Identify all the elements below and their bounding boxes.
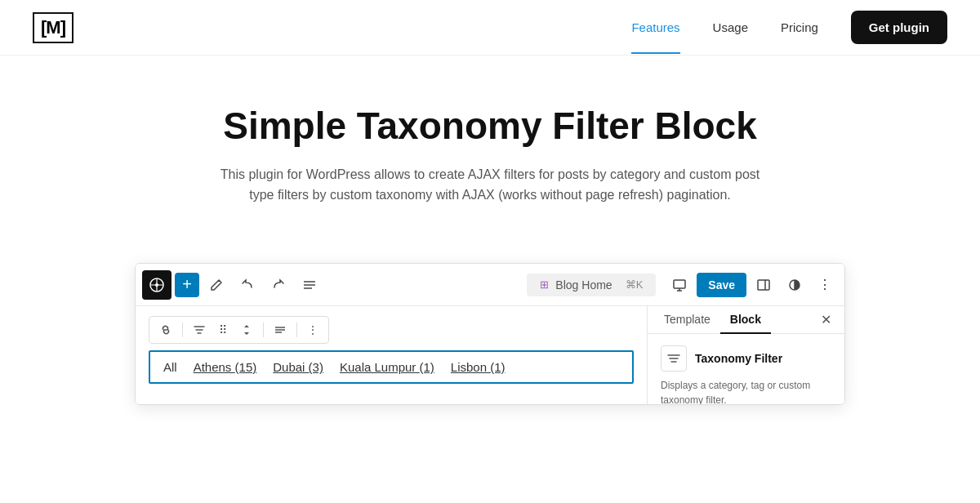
sidebar-toggle-button[interactable] xyxy=(750,273,777,297)
blog-home-icon: ⊞ xyxy=(540,278,549,291)
filter-lisbon[interactable]: Lisbon (1) xyxy=(451,360,506,374)
tab-template[interactable]: Template xyxy=(654,306,720,334)
tools-button[interactable] xyxy=(203,273,230,297)
editor-body: ⠿ ⋮ All Athens (15) Dubai (3) Kuala Lump… xyxy=(136,306,844,404)
block-icon xyxy=(661,345,687,372)
editor-sidebar: Template Block ✕ Taxonomy Filter Display… xyxy=(647,306,844,404)
block-name-label: Taxonomy Filter xyxy=(695,352,782,365)
editor-mockup: + ⊞ Blog Home ⌘K Save xyxy=(135,263,845,405)
sidebar-close-button[interactable]: ✕ xyxy=(814,309,838,331)
toolbar-divider-3 xyxy=(296,323,297,337)
filter-dubai[interactable]: Dubai (3) xyxy=(273,360,323,374)
toolbar-divider-2 xyxy=(263,323,264,337)
svg-rect-5 xyxy=(674,280,685,288)
hero-title: Simple Taxonomy Filter Block xyxy=(16,105,964,148)
save-button[interactable]: Save xyxy=(697,273,746,297)
link-button[interactable] xyxy=(154,320,177,340)
sidebar-icon xyxy=(756,278,771,292)
wordpress-button[interactable] xyxy=(142,270,172,300)
wordpress-icon xyxy=(149,277,165,293)
toolbar-divider xyxy=(182,323,183,337)
keyboard-shortcut: ⌘K xyxy=(626,278,644,291)
filter-block: All Athens (15) Dubai (3) Kuala Lumpur (… xyxy=(149,350,634,384)
breadcrumb-label: Blog Home xyxy=(555,278,612,292)
align-button[interactable] xyxy=(269,320,292,340)
contrast-button[interactable] xyxy=(781,273,808,297)
align-icon xyxy=(274,323,287,336)
nav-link-features[interactable]: Features xyxy=(631,20,679,34)
redo-icon xyxy=(271,278,286,292)
editor-toolbar: + ⊞ Blog Home ⌘K Save xyxy=(136,264,844,306)
filter-kuala-lumpur[interactable]: Kuala Lumpur (1) xyxy=(340,360,434,374)
block-toolbar: ⠿ ⋮ xyxy=(149,316,329,344)
filter-icon xyxy=(193,323,206,336)
move-up-down-button[interactable] xyxy=(235,320,258,340)
nav-links: Features Usage Pricing xyxy=(631,20,817,34)
hero-section: Simple Taxonomy Filter Block This plugin… xyxy=(0,56,980,238)
filter-all[interactable]: All xyxy=(163,360,177,374)
link-icon xyxy=(159,323,172,336)
block-description: Displays a category, tag or custom taxon… xyxy=(661,378,831,405)
undo-icon xyxy=(240,278,255,292)
view-button[interactable] xyxy=(666,273,693,297)
hero-subtitle: This plugin for WordPress allows to crea… xyxy=(212,164,768,206)
filter-athens[interactable]: Athens (15) xyxy=(194,360,257,374)
nav-link-usage[interactable]: Usage xyxy=(713,20,748,34)
nav-right: Features Usage Pricing Get plugin xyxy=(631,11,947,44)
editor-main: ⠿ ⋮ All Athens (15) Dubai (3) Kuala Lump… xyxy=(136,306,647,404)
contrast-icon xyxy=(787,278,802,292)
get-plugin-button[interactable]: Get plugin xyxy=(851,11,947,44)
pencil-icon xyxy=(209,278,224,292)
more-options-button[interactable]: ⋮ xyxy=(812,272,838,297)
drag-button[interactable]: ⠿ xyxy=(214,320,232,340)
list-view-icon xyxy=(302,278,317,292)
breadcrumb-bar: ⊞ Blog Home ⌘K xyxy=(527,274,656,296)
arrows-icon xyxy=(240,323,253,336)
taxonomy-filter-icon xyxy=(666,351,681,366)
block-info: Taxonomy Filter xyxy=(661,345,831,372)
sidebar-content: Taxonomy Filter Displays a category, tag… xyxy=(648,334,844,405)
logo: [M] xyxy=(33,12,74,43)
nav-link-pricing[interactable]: Pricing xyxy=(781,20,818,34)
svg-rect-8 xyxy=(758,280,769,290)
more-block-options[interactable]: ⋮ xyxy=(302,320,323,340)
undo-button[interactable] xyxy=(234,273,261,297)
redo-button[interactable] xyxy=(265,273,292,297)
filter-button[interactable] xyxy=(188,320,211,340)
add-block-button[interactable]: + xyxy=(175,273,199,297)
navbar: [M] Features Usage Pricing Get plugin xyxy=(0,0,980,56)
toolbar-right: Save ⋮ xyxy=(666,272,838,297)
svg-point-1 xyxy=(155,283,158,287)
tab-block[interactable]: Block xyxy=(720,306,771,334)
list-view-button[interactable] xyxy=(296,273,323,297)
monitor-icon xyxy=(672,278,687,292)
sidebar-tabs: Template Block ✕ xyxy=(648,306,844,334)
